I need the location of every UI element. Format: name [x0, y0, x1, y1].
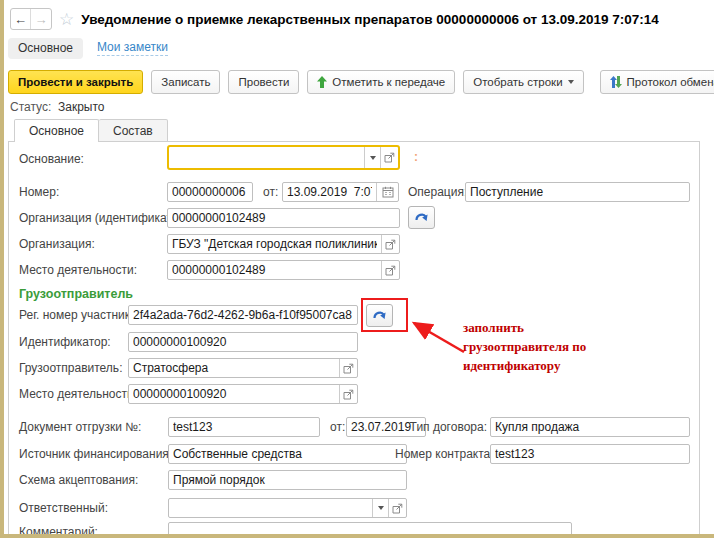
mark-for-transfer-button[interactable]: Отметить к передаче — [307, 70, 455, 94]
open-icon — [392, 503, 403, 514]
tab-main[interactable]: Основное — [14, 119, 99, 142]
date1-calendar-button[interactable] — [376, 183, 398, 201]
mesto2-field — [128, 384, 358, 404]
red-highlight-box — [361, 298, 408, 332]
mesto1-input[interactable] — [168, 261, 381, 279]
osnovanie-input[interactable] — [169, 147, 364, 168]
chevron-down-icon — [378, 506, 384, 510]
doc-input[interactable] — [168, 417, 320, 437]
chevron-down-icon — [370, 156, 376, 160]
mesto1-open-button[interactable] — [381, 261, 399, 279]
funding-label: Источник финансирования: — [19, 444, 172, 464]
status-value: Закрыто — [58, 100, 105, 114]
save-button[interactable]: Записать — [151, 70, 220, 94]
osnovanie-label: Основание: — [19, 149, 84, 169]
mesto1-label: Место деятельности: — [19, 260, 137, 280]
required-hint: : — [414, 150, 418, 164]
identifikator-label: Идентификатор: — [19, 332, 111, 352]
fill-organization-button[interactable] — [408, 206, 435, 229]
nomer-label: Номер: — [19, 182, 59, 202]
post-button[interactable]: Провести — [228, 70, 299, 94]
responsible-dropdown-button[interactable] — [372, 499, 388, 517]
ot2-label: от: — [330, 417, 345, 437]
subnav: Основное Мои заметки — [8, 37, 168, 59]
shipper-open-button[interactable] — [339, 359, 357, 377]
chevron-down-icon — [568, 80, 574, 84]
osnovanie-field — [167, 145, 400, 170]
org-open-button[interactable] — [381, 235, 399, 253]
reg-nomer-input[interactable] — [128, 305, 358, 325]
org-field — [167, 234, 400, 254]
ot1-label: от: — [263, 182, 278, 202]
contract-no-input[interactable] — [490, 444, 690, 464]
responsible-open-button[interactable] — [388, 499, 406, 517]
contract-type-input[interactable] — [490, 417, 690, 437]
osnovanie-open-button[interactable] — [380, 147, 398, 168]
open-icon — [343, 363, 354, 374]
post-and-close-button[interactable]: Провести и закрыть — [8, 70, 143, 94]
osnovanie-dropdown-button[interactable] — [364, 147, 380, 168]
notification-form-window: ←→ ☆ Уведомление о приемке лекарственных… — [0, 0, 714, 538]
mesto2-input[interactable] — [129, 385, 339, 403]
exchange-arrows-icon — [610, 76, 622, 88]
exchange-protocol-button[interactable]: Протокол обмена — [600, 70, 714, 94]
curved-arrow-icon — [414, 211, 429, 224]
reg-nomer-label: Рег. номер участника: — [19, 305, 140, 325]
forward-button[interactable]: → — [31, 9, 51, 29]
window-edge-bottom — [0, 534, 714, 538]
mesto1-field — [167, 260, 400, 280]
shipper-field — [128, 358, 358, 378]
filter-rows-button[interactable]: Отобрать строки — [463, 70, 583, 94]
responsible-label: Ответственный: — [19, 498, 108, 518]
annotation-line: заполнить — [463, 318, 586, 337]
favorite-star-icon[interactable]: ☆ — [59, 11, 74, 28]
header: ←→ ☆ Уведомление о приемке лекарственных… — [10, 6, 712, 32]
operaciya-input[interactable] — [465, 182, 690, 202]
contract-type-label: Тип договора: — [395, 417, 487, 437]
shipper-input[interactable] — [129, 359, 339, 377]
identifikator-input[interactable] — [128, 332, 358, 352]
form-tabs: Основное Состав — [14, 119, 168, 142]
open-icon — [384, 152, 395, 163]
tab-composition[interactable]: Состав — [99, 119, 168, 142]
org-id-input[interactable] — [167, 208, 400, 228]
green-up-arrow-icon — [317, 76, 327, 88]
page-title: Уведомление о приемке лекарственных преп… — [81, 12, 659, 27]
shipper-label: Грузоотправитель: — [19, 358, 122, 378]
back-button[interactable]: ← — [11, 9, 31, 29]
scheme-label: Схема акцептования: — [19, 470, 138, 490]
status-label: Статус: — [10, 100, 51, 114]
responsible-input[interactable] — [169, 499, 372, 517]
doc-label: Документ отгрузки №: — [19, 417, 141, 437]
nav-tab-my-notes[interactable]: Мои заметки — [97, 40, 168, 56]
toolbar: Провести и закрыть Записать Провести Отм… — [8, 70, 711, 94]
annotation-line: идентификатору — [463, 356, 586, 375]
scheme-input[interactable] — [168, 470, 407, 490]
org-label: Организация: — [19, 234, 95, 254]
nav-tab-main[interactable]: Основное — [8, 38, 83, 59]
calendar-icon — [382, 186, 394, 198]
funding-input[interactable] — [168, 444, 407, 464]
open-icon — [385, 239, 396, 250]
status-row: Статус: Закрыто — [10, 100, 104, 114]
history-nav: ←→ — [10, 8, 52, 30]
annotation-text: заполнить грузоотправителя по идентифика… — [463, 318, 586, 375]
contract-no-label: Номер контракта: — [395, 444, 487, 464]
main-panel: Основание: : Номер: от: Операция: Органи… — [8, 141, 700, 538]
nomer-input[interactable] — [167, 182, 253, 202]
open-icon — [343, 389, 354, 400]
shipper-section-title: Грузоотправитель — [19, 287, 133, 301]
open-icon — [385, 265, 396, 276]
window-edge-left — [0, 0, 4, 538]
operaciya-label: Операция: — [408, 182, 462, 202]
responsible-field — [168, 498, 407, 518]
date1-input[interactable] — [283, 183, 376, 201]
mesto2-open-button[interactable] — [339, 385, 357, 403]
mesto2-label: Место деятельности: — [19, 384, 137, 404]
date1-field — [282, 182, 399, 202]
annotation-line: грузоотправителя по — [463, 337, 586, 356]
org-input[interactable] — [168, 235, 381, 253]
